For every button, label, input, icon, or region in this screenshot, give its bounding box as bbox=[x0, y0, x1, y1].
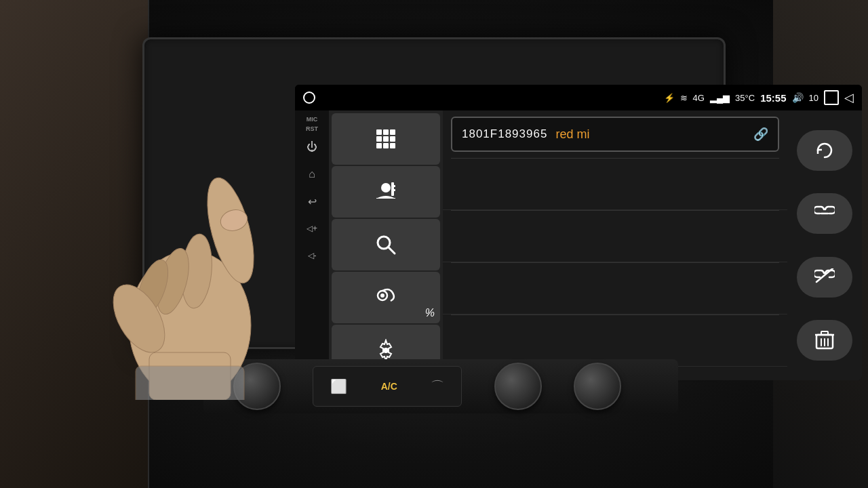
link-icon bbox=[814, 205, 835, 222]
pair-button[interactable]: % bbox=[332, 272, 440, 323]
right-action-panel bbox=[787, 110, 862, 380]
unlink-icon bbox=[814, 268, 835, 286]
grid-button[interactable] bbox=[332, 113, 440, 165]
main-content: % 1801F1893965 red mi 🔗 bbox=[329, 110, 862, 380]
delete-button[interactable] bbox=[797, 320, 852, 361]
link-button[interactable] bbox=[797, 193, 852, 234]
car-controls: ⬜ A/C ⌒ bbox=[203, 359, 678, 413]
svg-line-15 bbox=[389, 247, 395, 253]
svg-rect-6 bbox=[376, 143, 382, 148]
nav-sidebar: MIC RST ⏻ ⌂ ↩ ◁+ ◁- bbox=[295, 110, 329, 380]
device-id-box: 1801F1893965 red mi 🔗 bbox=[451, 117, 779, 152]
refresh-button[interactable] bbox=[797, 130, 852, 171]
center-list: 1801F1893965 red mi 🔗 bbox=[443, 110, 787, 380]
circle-indicator bbox=[303, 92, 315, 104]
grid-icon bbox=[375, 128, 397, 150]
header-link-icon: 🔗 bbox=[753, 127, 768, 142]
svg-rect-3 bbox=[376, 136, 382, 142]
svg-point-18 bbox=[383, 348, 389, 353]
status-bar: ⚡ ≋ 4G ▂▄▆ 35°C 15:55 🔊 10 ◁ bbox=[295, 85, 862, 110]
status-bar-left bbox=[303, 92, 315, 104]
signal-bars: ▂▄▆ bbox=[710, 93, 730, 103]
list-header: 1801F1893965 red mi 🔗 bbox=[443, 110, 787, 158]
search-icon bbox=[374, 233, 397, 256]
list-row-3[interactable] bbox=[443, 263, 787, 314]
contacts-button[interactable] bbox=[332, 166, 440, 218]
delete-icon bbox=[815, 330, 834, 350]
unlink-button[interactable] bbox=[797, 257, 852, 298]
signal-4g-icon: 4G bbox=[693, 93, 705, 103]
svg-rect-2 bbox=[390, 129, 395, 135]
device-name: red mi bbox=[555, 127, 589, 142]
bluetooth-icon: ⚡ bbox=[664, 93, 675, 103]
svg-rect-8 bbox=[390, 143, 395, 148]
power-button[interactable]: ⏻ bbox=[300, 135, 324, 159]
svg-point-17 bbox=[380, 293, 384, 298]
hvac-icon-1[interactable]: ⬜ bbox=[330, 378, 347, 394]
volume-level: 10 bbox=[809, 93, 818, 103]
list-row-2[interactable] bbox=[443, 211, 787, 262]
refresh-icon bbox=[814, 140, 835, 161]
status-bar-right: ⚡ ≋ 4G ▂▄▆ 35°C 15:55 🔊 10 ◁ bbox=[664, 90, 854, 105]
left-control-knob[interactable] bbox=[233, 363, 281, 410]
vol-down-button[interactable]: ◁- bbox=[300, 243, 324, 268]
svg-rect-0 bbox=[376, 129, 382, 135]
right-control-knob[interactable] bbox=[574, 363, 621, 410]
device-id: 1801F1893965 bbox=[462, 127, 547, 141]
svg-rect-4 bbox=[383, 136, 389, 142]
wifi-icon: ≋ bbox=[680, 93, 688, 103]
svg-rect-5 bbox=[390, 136, 395, 142]
left-panel: % bbox=[329, 110, 443, 380]
android-screen: ⚡ ≋ 4G ▂▄▆ 35°C 15:55 🔊 10 ◁ MIC RST ⏻ ⌂… bbox=[295, 85, 862, 380]
screen-bezel: ⚡ ≋ 4G ▂▄▆ 35°C 15:55 🔊 10 ◁ MIC RST ⏻ ⌂… bbox=[142, 37, 726, 349]
search-button[interactable] bbox=[332, 219, 440, 270]
home-button[interactable]: ⌂ bbox=[300, 162, 324, 186]
svg-rect-13 bbox=[391, 189, 395, 191]
time-display: 15:55 bbox=[760, 92, 786, 104]
list-row-1[interactable] bbox=[443, 159, 787, 210]
back-button[interactable]: ◁ bbox=[844, 90, 854, 105]
rst-label: RST bbox=[306, 125, 318, 132]
ac-label: A/C bbox=[381, 381, 397, 392]
mic-label: MIC bbox=[307, 116, 318, 123]
center-control-knob[interactable] bbox=[494, 363, 542, 410]
svg-rect-12 bbox=[391, 185, 395, 187]
recent-apps-button[interactable] bbox=[824, 90, 839, 105]
hvac-icon-2[interactable]: ⌒ bbox=[431, 378, 444, 396]
svg-rect-7 bbox=[383, 143, 389, 148]
back-nav-button[interactable]: ↩ bbox=[300, 189, 324, 214]
volume-icon: 🔊 bbox=[792, 92, 804, 103]
svg-rect-23 bbox=[821, 331, 828, 335]
car-interior-left bbox=[0, 0, 149, 488]
svg-point-9 bbox=[381, 183, 391, 192]
contacts-icon bbox=[374, 180, 398, 204]
hvac-panel: ⬜ A/C ⌒ bbox=[313, 366, 462, 407]
vol-up-button[interactable]: ◁+ bbox=[300, 216, 324, 241]
settings-icon bbox=[374, 339, 397, 362]
temperature-display: 35°C bbox=[735, 93, 755, 103]
pair-icon bbox=[374, 286, 397, 309]
svg-rect-1 bbox=[383, 129, 389, 135]
